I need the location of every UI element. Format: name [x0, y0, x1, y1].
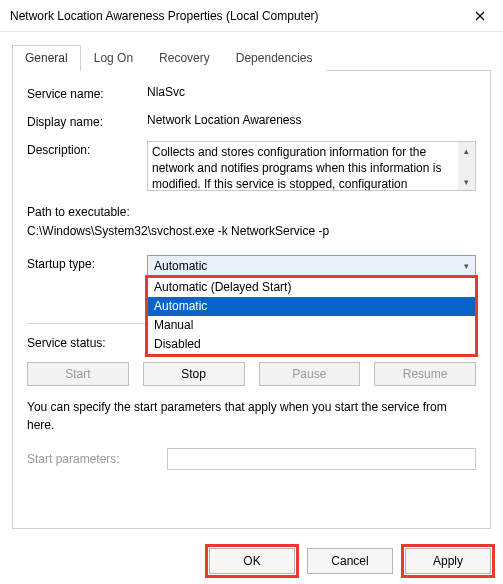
startup-option-disabled[interactable]: Disabled — [148, 335, 475, 354]
scroll-down-icon[interactable]: ▾ — [458, 173, 475, 190]
startup-type-label: Startup type: — [27, 255, 147, 271]
startup-option-automatic[interactable]: Automatic — [148, 297, 475, 316]
general-panel: Service name: NlaSvc Display name: Netwo… — [12, 71, 491, 529]
start-parameters-note: You can specify the start parameters tha… — [27, 398, 476, 434]
start-button: Start — [27, 362, 129, 386]
description-text: Collects and stores configuration inform… — [148, 142, 458, 190]
title-bar: Network Location Awareness Properties (L… — [0, 0, 503, 32]
scroll-up-icon[interactable]: ▴ — [458, 142, 475, 159]
startup-type-selected: Automatic — [154, 259, 207, 273]
description-scrollbar[interactable]: ▴ ▾ — [458, 142, 475, 190]
service-status-label: Service status: — [27, 334, 147, 350]
startup-option-manual[interactable]: Manual — [148, 316, 475, 335]
window-title: Network Location Awareness Properties (L… — [10, 9, 457, 23]
resume-button: Resume — [374, 362, 476, 386]
stop-button[interactable]: Stop — [143, 362, 245, 386]
startup-option-delayed[interactable]: Automatic (Delayed Start) — [148, 278, 475, 297]
startup-type-select[interactable]: Automatic ▾ — [147, 255, 476, 277]
close-button[interactable] — [457, 0, 503, 32]
dialog-button-row: OK Cancel Apply — [209, 548, 491, 574]
display-name-label: Display name: — [27, 113, 147, 129]
startup-type-dropdown: Automatic (Delayed Start) Automatic Manu… — [147, 277, 476, 354]
ok-button[interactable]: OK — [209, 548, 295, 574]
display-name-value: Network Location Awareness — [147, 113, 476, 127]
start-parameters-label: Start parameters: — [27, 452, 167, 466]
description-label: Description: — [27, 141, 147, 157]
tab-logon[interactable]: Log On — [81, 45, 146, 71]
tab-recovery[interactable]: Recovery — [146, 45, 223, 71]
apply-button[interactable]: Apply — [405, 548, 491, 574]
executable-path-value: C:\Windows\System32\svchost.exe -k Netwo… — [27, 222, 476, 241]
path-to-executable-label: Path to executable: — [27, 203, 476, 222]
description-box: Collects and stores configuration inform… — [147, 141, 476, 191]
close-icon — [475, 11, 485, 21]
tab-dependencies[interactable]: Dependencies — [223, 45, 326, 71]
start-parameters-input — [167, 448, 476, 470]
service-name-value: NlaSvc — [147, 85, 476, 99]
tab-general[interactable]: General — [12, 45, 81, 71]
service-name-label: Service name: — [27, 85, 147, 101]
pause-button: Pause — [259, 362, 361, 386]
chevron-down-icon: ▾ — [464, 261, 469, 271]
tab-strip: General Log On Recovery Dependencies — [12, 44, 491, 71]
cancel-button[interactable]: Cancel — [307, 548, 393, 574]
